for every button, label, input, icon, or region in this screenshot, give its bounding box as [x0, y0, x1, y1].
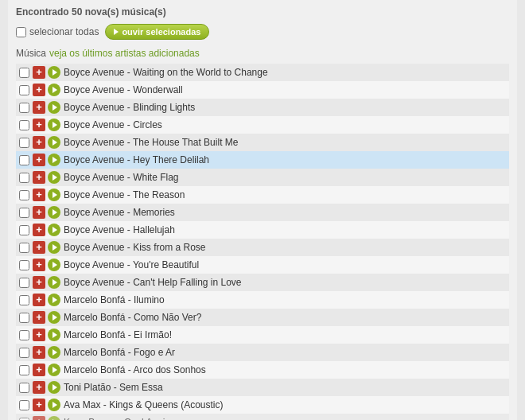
list-item: + Toni Platão - Sem Essa: [16, 379, 509, 396]
add-song-button[interactable]: +: [33, 189, 45, 201]
song-title: Marcelo Bonfá - Ilumino: [64, 294, 165, 305]
play-song-button[interactable]: [48, 329, 60, 341]
play-song-button[interactable]: [48, 381, 60, 394]
add-song-button[interactable]: +: [33, 154, 45, 166]
plus-icon: +: [36, 189, 42, 200]
song-checkbox[interactable]: [19, 418, 29, 421]
list-item: + Boyce Avenue - Kiss from a Rose: [16, 239, 509, 256]
song-checkbox[interactable]: [19, 348, 29, 358]
song-checkbox[interactable]: [19, 68, 29, 78]
play-song-button[interactable]: [48, 136, 60, 149]
add-song-button[interactable]: +: [33, 276, 45, 289]
play-song-button[interactable]: [48, 189, 60, 201]
select-all-checkbox[interactable]: [16, 27, 26, 37]
add-song-button[interactable]: +: [33, 381, 45, 394]
song-title: Boyce Avenue - You're Beautiful: [64, 259, 199, 270]
list-item: + Boyce Avenue - White Flag: [16, 169, 509, 186]
play-icon: [52, 384, 57, 391]
plus-icon: +: [36, 329, 42, 340]
plus-icon: +: [36, 347, 42, 357]
play-selected-button[interactable]: ouvir selecionadas: [105, 24, 209, 40]
add-song-button[interactable]: +: [33, 259, 45, 271]
add-song-button[interactable]: +: [33, 66, 45, 79]
play-song-button[interactable]: [48, 346, 60, 359]
song-checkbox[interactable]: [19, 400, 29, 410]
play-song-button[interactable]: [48, 241, 60, 254]
song-title: Ava Max - Kings & Queens (Acoustic): [64, 399, 224, 410]
play-song-button[interactable]: [48, 224, 60, 236]
play-song-button[interactable]: [48, 399, 60, 411]
song-checkbox[interactable]: [19, 260, 29, 270]
add-song-button[interactable]: +: [33, 206, 45, 219]
song-checkbox[interactable]: [19, 208, 29, 218]
play-icon: [52, 122, 57, 128]
list-item: + Ava Max - Kings & Queens (Acoustic): [16, 396, 509, 414]
select-all-label[interactable]: selecionar todas: [16, 26, 99, 37]
song-checkbox[interactable]: [19, 190, 29, 200]
play-song-button[interactable]: [48, 276, 60, 289]
song-checkbox[interactable]: [19, 225, 29, 235]
song-checkbox[interactable]: [19, 330, 29, 340]
list-item: + Boyce Avenue - Wonderwall: [16, 81, 509, 99]
play-song-button[interactable]: [48, 171, 60, 184]
song-checkbox[interactable]: [19, 383, 29, 393]
song-title: Boyce Avenue - Can't Help Falling in Lov…: [64, 277, 242, 288]
play-song-button[interactable]: [48, 101, 60, 114]
play-song-button[interactable]: [48, 259, 60, 271]
add-song-button[interactable]: +: [33, 416, 45, 420]
list-item: + Marcelo Bonfá - Arco dos Sonhos: [16, 361, 509, 379]
select-all-text: selecionar todas: [29, 26, 99, 37]
play-selected-label: ouvir selecionadas: [122, 27, 200, 37]
play-icon: [52, 104, 57, 111]
play-song-button[interactable]: [48, 119, 60, 131]
song-checkbox[interactable]: [19, 103, 29, 113]
add-song-button[interactable]: +: [33, 399, 45, 411]
plus-icon: +: [36, 172, 42, 182]
add-song-button[interactable]: +: [33, 241, 45, 254]
song-checkbox[interactable]: [19, 173, 29, 183]
play-song-button[interactable]: [48, 206, 60, 219]
play-icon: [52, 332, 57, 338]
add-song-button[interactable]: +: [33, 171, 45, 184]
song-checkbox[interactable]: [19, 278, 29, 288]
plus-icon: +: [36, 242, 42, 252]
add-song-button[interactable]: +: [33, 101, 45, 114]
add-song-button[interactable]: +: [33, 346, 45, 359]
play-icon: [52, 192, 57, 198]
song-checkbox[interactable]: [19, 243, 29, 253]
add-song-button[interactable]: +: [33, 311, 45, 324]
list-item: + Boyce Avenue - Waiting on the World to…: [16, 64, 509, 81]
add-song-button[interactable]: +: [33, 329, 45, 341]
song-title: Marcelo Bonfá - Como Não Ver?: [64, 312, 201, 323]
play-song-button[interactable]: [48, 294, 60, 306]
plus-icon: +: [36, 207, 42, 217]
song-checkbox[interactable]: [19, 155, 29, 165]
plus-icon: +: [36, 399, 42, 410]
song-checkbox[interactable]: [19, 365, 29, 375]
found-text: Encontrado 50 nova(s) música(s): [16, 6, 509, 18]
song-checkbox[interactable]: [19, 85, 29, 95]
song-checkbox[interactable]: [19, 138, 29, 148]
plus-icon: +: [36, 294, 42, 305]
add-song-button[interactable]: +: [33, 84, 45, 96]
add-song-button[interactable]: +: [33, 136, 45, 149]
add-song-button[interactable]: +: [33, 119, 45, 131]
add-song-button[interactable]: +: [33, 294, 45, 306]
song-title: Boyce Avenue - Kiss from a Rose: [64, 242, 206, 253]
plus-icon: +: [36, 102, 42, 112]
play-song-button[interactable]: [48, 364, 60, 376]
play-icon: [52, 262, 57, 268]
song-checkbox[interactable]: [19, 120, 29, 130]
song-title: Toni Platão - Sem Essa: [64, 382, 163, 393]
play-song-button[interactable]: [48, 66, 60, 79]
artists-link[interactable]: veja os últimos artistas adicionadas: [49, 48, 200, 59]
add-song-button[interactable]: +: [33, 364, 45, 376]
play-song-button[interactable]: [48, 84, 60, 96]
song-checkbox[interactable]: [19, 313, 29, 323]
add-song-button[interactable]: +: [33, 224, 45, 236]
song-checkbox[interactable]: [19, 295, 29, 305]
list-item: + Boyce Avenue - Can't Help Falling in L…: [16, 274, 509, 291]
play-song-button[interactable]: [48, 416, 60, 420]
play-song-button[interactable]: [48, 154, 60, 166]
play-song-button[interactable]: [48, 311, 60, 324]
